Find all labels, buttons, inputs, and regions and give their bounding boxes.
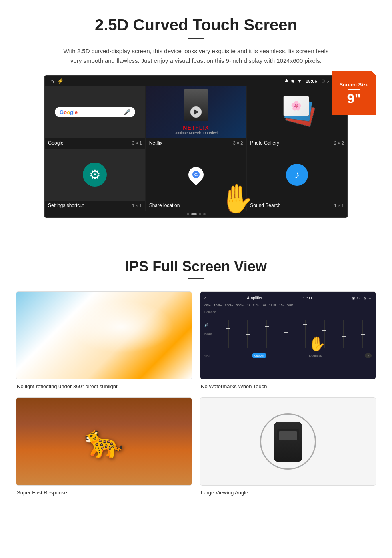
time-display: 15:06 [306,79,317,84]
sound-label-row: Sound Search 1 × 1 [247,201,347,211]
netflix-app-size: 3 × 2 [233,141,243,145]
app-cell-settings[interactable]: ⚙ Settings shortcut 1 × 1 [45,149,145,211]
netflix-label-row: Netflix 3 × 2 [146,138,246,149]
bluetooth-icon: ✱ [285,78,288,84]
sunlight-caption: No light reflecting under 360° direct su… [16,383,192,389]
amp-icons: ◉ ♪ ▭ ⊠ ← [352,296,372,300]
camera-icon: ⊡ [321,78,325,84]
badge-title: Screen Size [340,82,369,88]
google-label-row: Google 3 × 1 [45,138,145,149]
sunlight-image-box [16,291,192,379]
hand-pointing-icon: 🤚 [219,185,254,213]
app-cell-sound-search[interactable]: ♪ Sound Search 1 × 1 [247,149,347,211]
settings-icon-wrap[interactable]: ⚙ [83,163,107,187]
amp-header: ⌂ Amplifier 17:33 ◉ ♪ ▭ ⊠ ← [204,296,372,300]
netflix-app-name: Netflix [149,140,162,146]
google-app-size: 3 × 1 [132,141,142,145]
sound-app-size: 1 × 1 [334,203,344,208]
section-ips: IPS Full Screen View No light reflecting… [0,250,392,512]
amp-equalizer: ✋ [220,310,372,350]
app-cell-netflix[interactable]: NETFLIX Continue Marvel's Daredevil Netf… [146,86,246,149]
amp-custom-button[interactable]: Custom [252,353,266,358]
dot-3[interactable] [199,213,201,215]
wifi-icon: ▼ [297,79,302,84]
share-app-name: Share location [149,203,180,208]
gallery-item-cheetah: 🐆 Super Fast Response [16,397,192,496]
gear-icon: ⚙ [89,167,101,182]
amplifier-caption: No Watermarks When Touch [200,383,376,389]
dot-2-active[interactable] [191,213,197,215]
status-bar-left: ⌂ ⚡ [50,78,64,84]
gallery-item-sunlight: No light reflecting under 360° direct su… [16,291,192,389]
section1-title: 2.5D Curved Touch Screen [24,16,368,34]
device-wrapper: Screen Size 9" ⌂ ⚡ ✱ ◉ ▼ 15:06 ⊡ [44,75,348,218]
play-button[interactable] [190,106,202,118]
gallery-item-car: ↗ Large Viewing Angle [200,397,376,496]
google-logo: Google [60,109,78,115]
netflix-logo: NETFLIX [150,124,242,131]
google-app-name: Google [48,140,64,146]
badge-line [348,89,360,90]
amp-home-icon: ⌂ [204,296,206,300]
gallery-app-name: Photo Gallery [250,140,279,146]
section1-description: With 2.5D curved-display screen, this de… [60,46,332,66]
app-cell-google[interactable]: Google 🎤 Google 3 × 1 [45,86,145,149]
google-mic-icon[interactable]: 🎤 [124,109,130,115]
car-body [274,422,302,462]
location-icon: ◉ [291,78,295,84]
gallery-stack: 🌸 [281,94,313,130]
amp-loudness-label: loudness [309,354,322,357]
section-divider [16,238,376,238]
amp-toggle[interactable]: ● [365,353,372,358]
maps-pin-icon: G [185,164,207,185]
dot-4[interactable] [203,213,206,215]
amp-bottom-bar: ◁◁ Custom loudness ● [204,353,372,358]
home-icon[interactable]: ⌂ [50,78,54,84]
car-image: ↗ [200,398,376,485]
gallery-item-amplifier: ⌂ Amplifier 17:33 ◉ ♪ ▭ ⊠ ← 60hz100hz200… [200,291,376,389]
sound-app-name: Sound Search [250,203,280,208]
amplifier-image-box: ⌂ Amplifier 17:33 ◉ ♪ ▭ ⊠ ← 60hz100hz200… [200,291,376,379]
ips-gallery-grid: No light reflecting under 360° direct su… [16,291,376,496]
pagination-dots [45,211,347,217]
status-bar: ⌂ ⚡ ✱ ◉ ▼ 15:06 ⊡ ♪ ⊠ ▭ [45,76,347,86]
section2-title: IPS Full Screen View [16,258,376,275]
netflix-overlay: NETFLIX Continue Marvel's Daredevil [150,124,242,135]
sound-search-icon[interactable]: ♪ [286,164,308,186]
usb-icon: ⚡ [57,78,64,84]
app-grid-row2: ⚙ Settings shortcut 1 × 1 [45,149,347,211]
device-screen: ⌂ ⚡ ✱ ◉ ▼ 15:06 ⊡ ♪ ⊠ ▭ [44,75,348,218]
amp-prev-icon: ◁◁ [204,354,209,357]
settings-app-size: 1 × 1 [132,203,142,208]
gallery-app-size: 2 × 2 [334,141,344,145]
gallery-card-3: 🌸 [283,96,309,116]
cheetah-emoji: 🐆 [84,423,124,460]
sunlight-image [16,292,192,379]
dot-1[interactable] [187,213,189,215]
app-grid: Google 🎤 Google 3 × 1 [45,86,347,149]
google-search-bar[interactable]: Google 🎤 [55,107,135,117]
amp-title: Amplifier [247,296,262,300]
amp-time: 17:33 [303,296,312,300]
car-circle [260,413,316,470]
section-curved-screen: 2.5D Curved Touch Screen With 2.5D curve… [0,0,392,226]
app-cell-share-location[interactable]: G 🤚 Share location 1 × 1 [146,149,246,211]
amplifier-image: ⌂ Amplifier 17:33 ◉ ♪ ▭ ⊠ ← 60hz100hz200… [200,292,376,379]
play-triangle-icon [194,109,199,115]
volume-icon: ♪ [327,79,330,84]
car-caption: Large Viewing Angle [200,490,376,496]
car-roof [279,431,297,440]
gallery-label-row: Photo Gallery 2 × 2 [247,138,347,149]
car-image-box: ↗ [200,397,376,486]
settings-app-name: Settings shortcut [48,203,84,208]
cheetah-image: 🐆 [16,398,192,485]
maps-inner: G [192,171,200,178]
section2-underline [188,278,204,279]
cheetah-caption: Super Fast Response [16,490,192,496]
screen-size-badge: Screen Size 9" [332,71,376,115]
cheetah-image-box: 🐆 [16,397,192,486]
badge-size: 9" [347,92,361,105]
settings-label-row: Settings shortcut 1 × 1 [45,201,145,211]
netflix-subtitle: Continue Marvel's Daredevil [150,131,242,135]
title-underline [188,38,204,39]
